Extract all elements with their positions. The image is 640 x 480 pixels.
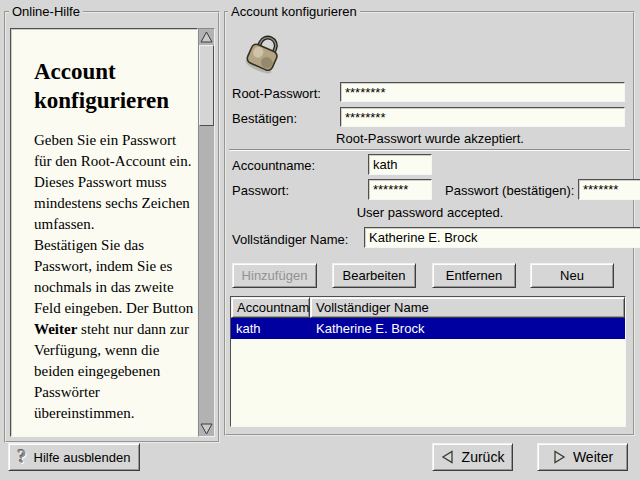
scroll-up-button[interactable] [199, 29, 214, 44]
user-password-status: User password accepted. [230, 205, 630, 220]
down-triangle-icon [200, 423, 213, 435]
cell-full-name: Katherine E. Brock [316, 319, 424, 339]
confirm-password-label: Bestätigen: [232, 111, 297, 126]
user-password-confirm-input[interactable]: ******* [578, 179, 640, 200]
column-header-fullname[interactable]: Vollständiger Name [310, 297, 625, 318]
confirm-password-input[interactable]: ******** [340, 107, 625, 127]
remove-button[interactable]: Entfernen [432, 263, 516, 288]
paragraph-gap [34, 424, 197, 437]
account-name-input[interactable]: kath [368, 154, 432, 175]
help-scrollbar[interactable] [198, 28, 215, 437]
padlock-icon [242, 29, 288, 75]
help-text-panel: Account konfigurieren Geben Sie ein Pass… [10, 28, 198, 437]
section-separator [229, 149, 630, 151]
next-label: Weiter [573, 449, 613, 465]
root-password-label: Root-Passwort: [232, 86, 321, 101]
help-paragraph: Bestätigen Sie das Passwort, indem Sie e… [34, 235, 197, 424]
online-help-frame-label: Online-Hilfe [9, 4, 83, 19]
back-arrow-icon [441, 450, 455, 464]
root-password-status: Root-Passwort wurde akzeptiert. [230, 131, 630, 146]
edit-button[interactable]: Bearbeiten [332, 263, 416, 288]
hide-help-label: Hilfe ausblenden [34, 450, 131, 465]
column-header-accountname[interactable]: Accountname [231, 297, 310, 318]
help-bold-weiter: Weiter [34, 321, 77, 337]
user-password-label: Passwort: [232, 183, 289, 198]
next-button[interactable]: Weiter [537, 443, 628, 471]
hide-help-button[interactable]: ? Hilfe ausblenden [8, 443, 140, 471]
full-name-label: Vollständiger Name: [232, 232, 348, 247]
question-mark-icon: ? [18, 448, 27, 466]
account-config-frame-label: Account konfigurieren [228, 4, 360, 19]
add-button[interactable]: Hinzufügen [232, 263, 317, 288]
full-name-input[interactable]: Katherine E. Brock [364, 227, 640, 248]
cell-account-name: kath [236, 319, 261, 339]
next-arrow-icon [552, 450, 566, 464]
scrollbar-thumb[interactable] [199, 45, 214, 126]
installer-window: { "colors": { "background": "#d6d6d6", "… [0, 0, 640, 480]
root-password-input[interactable]: ******** [340, 82, 625, 102]
back-label: Zurück [462, 449, 505, 465]
help-paragraph: Geben Sie ein Passwort für den Root-Acco… [34, 130, 197, 235]
back-button[interactable]: Zurück [432, 443, 513, 471]
accounts-table: Accountname Vollständiger Name kath Kath… [230, 296, 626, 427]
account-name-label: Accountname: [232, 158, 315, 173]
user-password-input[interactable]: ******* [368, 179, 432, 200]
help-title: Account konfigurieren [34, 57, 189, 115]
scroll-down-button[interactable] [199, 421, 214, 436]
up-triangle-icon [200, 31, 213, 43]
table-row[interactable]: kath Katherine E. Brock [231, 318, 625, 339]
new-button[interactable]: Neu [530, 263, 614, 288]
user-password-confirm-label: Passwort (bestätigen): [445, 183, 574, 198]
help-text-content: Account konfigurieren Geben Sie ein Pass… [34, 57, 197, 437]
